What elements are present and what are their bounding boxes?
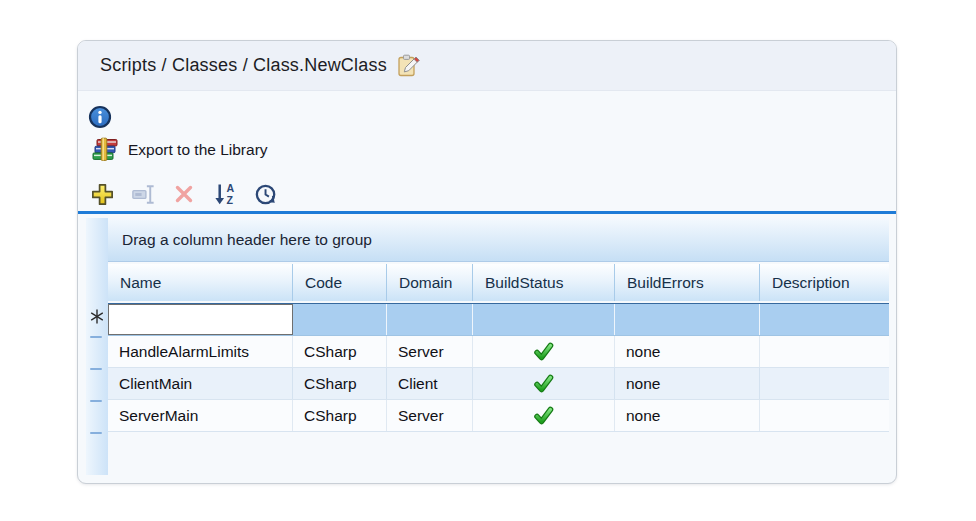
library-books-icon xyxy=(91,137,118,162)
column-header-name[interactable]: Name xyxy=(108,264,293,301)
new-row-cell-builderrors[interactable] xyxy=(615,304,760,335)
classes-grid: Drag a column header here to group Name … xyxy=(86,218,889,475)
add-icon[interactable] xyxy=(87,179,117,209)
sort-az-icon[interactable]: A Z xyxy=(210,179,240,209)
new-row-cell-buildstatus[interactable] xyxy=(473,304,615,335)
table-row[interactable]: ClientMain CSharp Client none xyxy=(108,368,889,400)
page-title: Scripts / Classes / Class.NewClass xyxy=(100,55,387,76)
export-to-library-button[interactable]: Export to the Library xyxy=(91,137,268,162)
row-indicator-gutter xyxy=(86,218,108,475)
svg-text:A: A xyxy=(226,182,234,194)
panel-titlebar: Scripts / Classes / Class.NewClass xyxy=(78,41,896,91)
cell-name[interactable]: ClientMain xyxy=(108,368,293,399)
cell-domain[interactable]: Server xyxy=(387,336,473,367)
column-headers: Name Code Domain BuildStatus BuildErrors… xyxy=(108,264,889,301)
column-header-domain[interactable]: Domain xyxy=(387,264,473,301)
rename-icon[interactable] xyxy=(128,179,158,209)
new-row-cell-code[interactable] xyxy=(293,304,387,335)
group-by-area[interactable]: Drag a column header here to group xyxy=(108,218,889,262)
cell-code[interactable]: CSharp xyxy=(293,368,387,399)
grid-toolbar: A Z xyxy=(87,179,281,209)
export-to-library-label: Export to the Library xyxy=(128,141,268,159)
cell-domain[interactable]: Client xyxy=(387,368,473,399)
cell-name[interactable]: HandleAlarmLimits xyxy=(108,336,293,367)
build-success-check-icon xyxy=(533,342,554,362)
scripts-classes-panel: Scripts / Classes / Class.NewClass xyxy=(77,40,897,484)
table-rows: HandleAlarmLimits CSharp Server none Cli… xyxy=(108,336,889,432)
new-row xyxy=(108,303,889,336)
column-header-description[interactable]: Description xyxy=(760,264,889,301)
cell-buildstatus[interactable] xyxy=(473,336,615,367)
column-header-builderrors[interactable]: BuildErrors xyxy=(615,264,760,301)
build-success-check-icon xyxy=(533,374,554,394)
build-success-check-icon xyxy=(533,406,554,426)
column-header-buildstatus[interactable]: BuildStatus xyxy=(473,264,615,301)
edit-icon[interactable] xyxy=(396,53,421,79)
cell-code[interactable]: CSharp xyxy=(293,336,387,367)
history-icon[interactable] xyxy=(251,179,281,209)
cell-description[interactable] xyxy=(760,400,889,431)
new-row-name-input[interactable] xyxy=(108,304,293,335)
cell-code[interactable]: CSharp xyxy=(293,400,387,431)
cell-builderrors[interactable]: none xyxy=(615,400,760,431)
new-row-cell-description[interactable] xyxy=(760,304,889,335)
cell-name[interactable]: ServerMain xyxy=(108,400,293,431)
svg-text:Z: Z xyxy=(226,194,233,206)
table-row[interactable]: ServerMain CSharp Server none xyxy=(108,400,889,432)
group-by-hint: Drag a column header here to group xyxy=(122,231,372,249)
cell-buildstatus[interactable] xyxy=(473,400,615,431)
new-row-asterisk-icon xyxy=(90,309,104,328)
column-header-code[interactable]: Code xyxy=(293,264,387,301)
cell-description[interactable] xyxy=(760,368,889,399)
grid-main: Drag a column header here to group Name … xyxy=(108,218,889,475)
cell-buildstatus[interactable] xyxy=(473,368,615,399)
cell-domain[interactable]: Server xyxy=(387,400,473,431)
accent-divider xyxy=(78,211,896,214)
table-row[interactable]: HandleAlarmLimits CSharp Server none xyxy=(108,336,889,368)
delete-icon[interactable] xyxy=(169,179,199,209)
cell-description[interactable] xyxy=(760,336,889,367)
cell-builderrors[interactable]: none xyxy=(615,368,760,399)
info-icon[interactable] xyxy=(88,105,112,129)
cell-builderrors[interactable]: none xyxy=(615,336,760,367)
new-row-cell-domain[interactable] xyxy=(387,304,473,335)
